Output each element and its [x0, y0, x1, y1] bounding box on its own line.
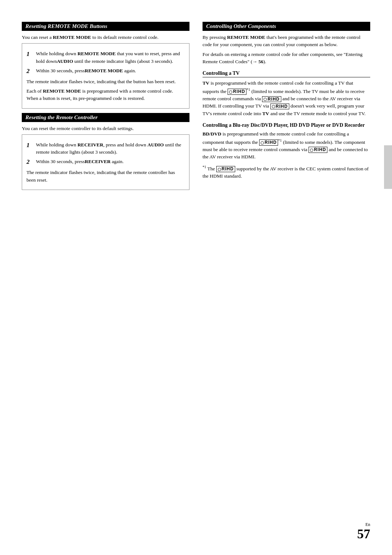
subsection-header-bluray: Controlling a Blu-ray Disc/DVD Player, H…	[203, 122, 370, 128]
note-1a: The remote indicator flashes twice, indi…	[26, 78, 185, 85]
step-2-remote-mode: 2 Within 30 seconds, pressREMOTE MODE ag…	[26, 67, 185, 75]
right-column: Controlling Other Components By pressing…	[203, 22, 370, 194]
step-2-content: Within 30 seconds, pressREMOTE MODE agai…	[36, 67, 185, 74]
bold-remote-mode-1: REMOTE MODE	[77, 51, 115, 56]
footnote-ref-2: *1	[278, 138, 282, 142]
controlling-detail: For details on entering a remote control…	[203, 51, 370, 66]
page-number: 57	[357, 527, 370, 540]
bold-remote-mode-3: REMOTE MODE	[43, 88, 81, 94]
section-header-remote-mode: Resetting REMOTE MODE Buttons	[22, 22, 189, 31]
page-ref: 56	[258, 59, 264, 64]
tv-content: TV is preprogrammed with the remote cont…	[203, 80, 370, 117]
left-column: Resetting REMOTE MODE Buttons You can re…	[22, 22, 189, 194]
arrow-icon: →	[252, 59, 257, 64]
bold-tv: TV	[203, 80, 209, 86]
step-1b-content: While holding down RECEIVER, press and h…	[36, 141, 185, 156]
section-intro: You can reset a REMOTE MODE to its defau…	[22, 34, 189, 41]
page-tab	[384, 145, 392, 189]
bold-bddvd: BD/DVD	[203, 131, 221, 137]
step-number-2: 2	[26, 67, 33, 75]
note-1b: Each of REMOTE MODE is preprogrammed wit…	[26, 88, 185, 102]
footnote-section: *1 The RIHD supported by the AV receiver…	[203, 164, 370, 180]
footnote-text: *1 The RIHD supported by the AV receiver…	[203, 164, 370, 180]
note-2a: The remote indicator flashes twice, indi…	[26, 169, 185, 184]
bluray-content: BD/DVD is preprogrammed with the remote …	[203, 130, 370, 161]
bold-receiver-1: RECEIVER	[77, 142, 103, 147]
step-1-remote-mode: 1 While holding down REMOTE MODE that yo…	[26, 50, 185, 65]
step-1-receiver: 1 While holding down RECEIVER, press and…	[26, 141, 185, 156]
bold-audio-1: AUDIO	[57, 58, 73, 64]
footnote-ref-1: *1	[246, 88, 250, 92]
bold-remote-mode: REMOTE MODE	[53, 35, 91, 40]
subsection-bluray: Controlling a Blu-ray Disc/DVD Player, H…	[203, 122, 370, 161]
subsection-tv: Controlling a TV TV is preprogrammed wit…	[203, 70, 370, 117]
bold-receiver-2: RECEIVER	[85, 159, 110, 164]
step-2b-content: Within 30 seconds, pressRECEIVER again.	[36, 158, 185, 165]
section-header-controlling: Controlling Other Components	[203, 22, 370, 31]
step-number-1: 1	[26, 50, 33, 58]
bold-remote-mode-ctrl: REMOTE MODE	[227, 35, 265, 40]
section-header-remote-controller: Resetting the Remote Controller	[22, 113, 189, 122]
numbered-list-2: 1 While holding down RECEIVER, press and…	[26, 141, 185, 166]
step-number-1b: 1	[26, 141, 33, 149]
rihd-logo-5: RIHD	[309, 147, 327, 153]
page-footer: En 57	[357, 522, 370, 540]
steps-box-1: 1 While holding down REMOTE MODE that yo…	[22, 43, 189, 108]
step-2-receiver: 2 Within 30 seconds, pressRECEIVER again…	[26, 158, 185, 166]
numbered-list-1: 1 While holding down REMOTE MODE that yo…	[26, 50, 185, 75]
step-1-content: While holding down REMOTE MODE that you …	[36, 50, 185, 65]
rihd-logo-2: RIHD	[262, 96, 281, 102]
steps-box-2: 1 While holding down RECEIVER, press and…	[22, 134, 189, 190]
section-controlling-other: Controlling Other Components By pressing…	[203, 22, 370, 180]
subsection-header-tv: Controlling a TV	[203, 70, 370, 77]
main-content: Resetting REMOTE MODE Buttons You can re…	[22, 22, 370, 194]
page: Resetting REMOTE MODE Buttons You can re…	[0, 0, 392, 555]
footnote-sup: *1	[203, 165, 206, 169]
section2-intro: You can reset the remote controller to i…	[22, 125, 189, 132]
rihd-logo-3: RIHD	[270, 104, 289, 109]
rihd-logo-6: RIHD	[216, 166, 235, 172]
bold-remote-mode-2: REMOTE MODE	[85, 68, 123, 73]
rihd-logo-4: RIHD	[259, 139, 278, 145]
step-number-2b: 2	[26, 158, 33, 166]
section-resetting-remote-mode: Resetting REMOTE MODE Buttons You can re…	[22, 22, 189, 109]
bold-audio-2: AUDIO	[147, 142, 164, 147]
bold-tv-2: TV	[262, 111, 269, 116]
section-resetting-remote-controller: Resetting the Remote Controller You can …	[22, 113, 189, 190]
controlling-intro: By pressing REMOTE MODE that's been prog…	[203, 34, 370, 49]
rihd-logo-1: RIHD	[228, 89, 246, 94]
